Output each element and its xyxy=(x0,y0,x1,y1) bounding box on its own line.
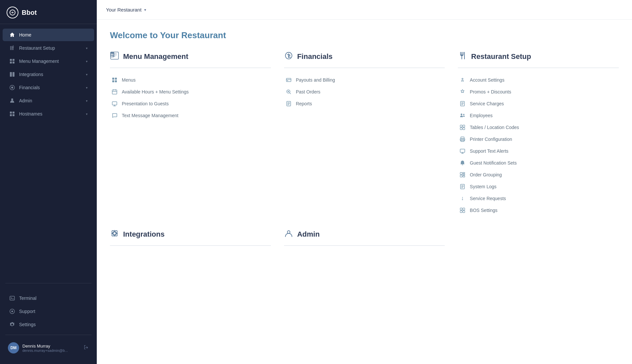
link-support-text-alerts-label: Support Text Alerts xyxy=(470,148,508,154)
svg-rect-43 xyxy=(463,174,465,175)
text-message-icon xyxy=(111,113,118,118)
sidebar-item-home[interactable]: Home xyxy=(3,29,94,41)
link-payouts-billing[interactable]: Payouts and Billing xyxy=(284,75,445,85)
link-presentation-to-guests[interactable]: Presentation to Guests xyxy=(110,98,271,109)
sidebar-item-restaurant-setup[interactable]: Restaurant Setup ▾ xyxy=(3,42,94,54)
restaurant-setup-links: Account Settings Promos + Discounts xyxy=(458,75,619,216)
terminal-icon xyxy=(9,295,15,301)
link-tables-label: Tables / Location Codes xyxy=(470,125,519,130)
presentation-icon xyxy=(111,101,118,106)
logo-text: Bbot xyxy=(22,9,37,16)
link-text-message-management[interactable]: Text Message Management xyxy=(110,110,271,121)
link-support-text-alerts[interactable]: Support Text Alerts xyxy=(458,146,619,156)
integrations-header: Integrations xyxy=(110,229,271,246)
guest-notification-icon xyxy=(459,160,466,166)
link-promos-discounts[interactable]: Promos + Discounts xyxy=(458,87,619,97)
link-menus[interactable]: Menus xyxy=(110,75,271,85)
link-guest-notification-sets[interactable]: Guest Notification Sets xyxy=(458,158,619,168)
sidebar-divider-1 xyxy=(5,283,92,283)
reports-icon xyxy=(285,101,292,106)
hostnames-chevron: ▾ xyxy=(86,112,88,116)
svg-rect-21 xyxy=(115,78,117,80)
svg-rect-2 xyxy=(13,59,14,61)
menu-management-section: Menu Management Menus xyxy=(110,51,271,216)
welcome-title: Welcome to Your Restaurant xyxy=(110,30,619,40)
link-account-settings[interactable]: Account Settings xyxy=(458,75,619,85)
restaurant-selector[interactable]: Your Restaurant ▾ xyxy=(106,7,146,13)
link-order-grouping[interactable]: Order Grouping xyxy=(458,169,619,180)
svg-rect-49 xyxy=(460,211,462,213)
link-order-grouping-label: Order Grouping xyxy=(470,172,502,177)
available-hours-icon xyxy=(111,89,118,94)
svg-rect-5 xyxy=(10,72,12,77)
menu-management-links: Menus Available Hours + Menu Settings xyxy=(110,75,271,121)
svg-point-51 xyxy=(113,232,116,235)
link-service-requests[interactable]: Service Requests xyxy=(458,193,619,204)
link-reports[interactable]: Reports xyxy=(284,98,445,109)
svg-rect-35 xyxy=(463,128,465,130)
link-available-hours[interactable]: Available Hours + Menu Settings xyxy=(110,87,271,97)
link-tables-location-codes[interactable]: Tables / Location Codes xyxy=(458,122,619,133)
sidebar-divider-2 xyxy=(5,335,92,335)
svg-rect-10 xyxy=(13,112,14,114)
system-logs-icon xyxy=(459,184,466,189)
payouts-icon xyxy=(285,77,292,83)
service-requests-icon xyxy=(459,196,466,201)
past-orders-icon xyxy=(285,89,292,94)
sidebar-item-terminal[interactable]: Terminal xyxy=(3,292,94,304)
link-employees-label: Employees xyxy=(470,113,492,118)
link-available-hours-label: Available Hours + Menu Settings xyxy=(122,89,189,94)
link-system-logs-label: System Logs xyxy=(470,184,496,189)
sidebar-item-admin[interactable]: Admin ▾ xyxy=(3,94,94,107)
link-printer-configuration[interactable]: Printer Configuration xyxy=(458,134,619,144)
financials-icon xyxy=(9,85,15,91)
topbar: Your Restaurant ▾ xyxy=(97,0,632,20)
sidebar-item-settings[interactable]: Settings xyxy=(3,318,94,331)
sidebar-item-hostnames[interactable]: Hostnames ▾ xyxy=(3,108,94,120)
svg-rect-33 xyxy=(463,125,465,127)
link-system-logs[interactable]: System Logs xyxy=(458,181,619,192)
admin-icon xyxy=(9,98,15,104)
sidebar-item-support[interactable]: Support xyxy=(3,305,94,318)
svg-point-29 xyxy=(288,91,289,92)
user-email: dennis.murray+sadmin@b... xyxy=(22,349,68,352)
sidebar: Bbot Home Restaurant Setu xyxy=(0,0,97,364)
sidebar-item-financials[interactable]: Financials ▾ xyxy=(3,81,94,94)
home-icon xyxy=(9,32,15,38)
welcome-restaurant-name: Your Restaurant xyxy=(160,30,226,40)
sidebar-label-terminal: Terminal xyxy=(19,296,37,301)
svg-rect-25 xyxy=(112,102,117,105)
link-bos-settings-label: BOS Settings xyxy=(470,208,497,213)
link-guest-notification-label: Guest Notification Sets xyxy=(470,160,516,166)
support-icon xyxy=(9,308,15,314)
logo-area[interactable]: Bbot xyxy=(0,0,97,24)
admin-section: Admin xyxy=(284,229,445,252)
link-presentation-label: Presentation to Guests xyxy=(122,101,169,106)
sidebar-item-menu-management[interactable]: Menu Management ▾ xyxy=(3,55,94,67)
svg-rect-11 xyxy=(10,114,12,116)
sidebar-item-integrations[interactable]: Integrations ▾ xyxy=(3,68,94,81)
sidebar-label-restaurant-setup: Restaurant Setup xyxy=(19,45,55,51)
svg-point-15 xyxy=(12,311,13,312)
link-past-orders[interactable]: Past Orders xyxy=(284,87,445,97)
welcome-prefix: Welcome to xyxy=(110,30,160,40)
integrations-chevron: ▾ xyxy=(86,73,88,76)
link-bos-settings[interactable]: BOS Settings xyxy=(458,205,619,216)
link-employees[interactable]: Employees xyxy=(458,110,619,121)
restaurant-setup-chevron: ▾ xyxy=(86,46,88,50)
svg-rect-32 xyxy=(460,125,462,127)
link-promos-label: Promos + Discounts xyxy=(470,89,511,94)
restaurant-setup-title: Restaurant Setup xyxy=(471,52,531,61)
link-service-charges[interactable]: Service Charges xyxy=(458,98,619,109)
menu-management-chevron: ▾ xyxy=(86,60,88,63)
promos-icon xyxy=(459,89,466,94)
financials-section: Financials Payouts and Billing xyxy=(284,51,445,216)
sidebar-label-hostnames: Hostnames xyxy=(19,111,42,117)
user-info: Dennis Murray dennis.murray+sadmin@b... xyxy=(22,344,68,352)
user-section[interactable]: DM Dennis Murray dennis.murray+sadmin@b.… xyxy=(3,339,94,357)
link-text-message-label: Text Message Management xyxy=(122,113,178,118)
svg-rect-26 xyxy=(286,78,291,82)
svg-rect-42 xyxy=(463,172,465,173)
admin-chevron: ▾ xyxy=(86,99,88,103)
logout-icon[interactable] xyxy=(84,345,89,351)
